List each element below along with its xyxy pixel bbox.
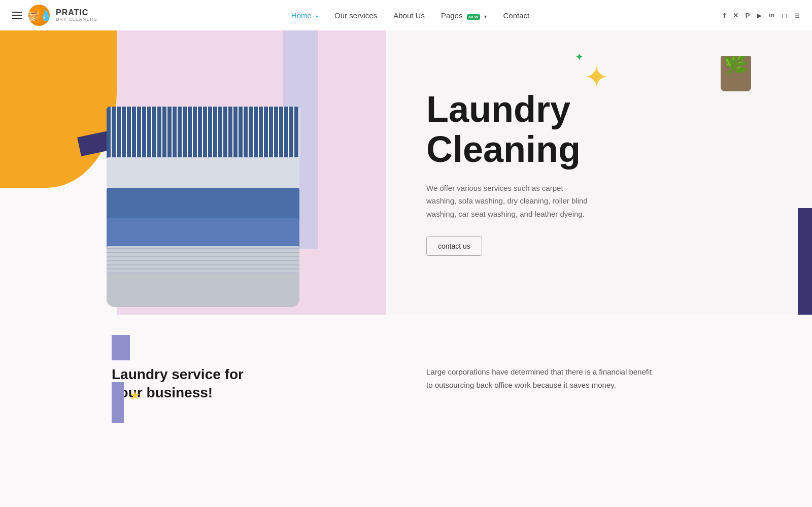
- social-icons-group: f ✕ P ▶ in ◻ ⊞: [723, 12, 800, 19]
- logo-text: PRATIC Dry Cleaners: [56, 8, 97, 22]
- contact-us-button[interactable]: contact us: [426, 236, 482, 256]
- lower-section-title: Laundry service for your business!: [112, 365, 386, 402]
- hero-section: ✦ ✦ 🌿 Laundry Cleaning We offer various …: [0, 30, 812, 315]
- small-purple-rect: [112, 335, 130, 360]
- linkedin-icon[interactable]: in: [769, 12, 774, 19]
- sparkle-green-icon: ✦: [575, 51, 584, 63]
- navbar: 🧺 PRATIC Dry Cleaners Home ▾ Our service…: [0, 0, 812, 30]
- pages-dropdown-arrow: ▾: [484, 14, 487, 19]
- lower-title-line2: your business!: [112, 385, 213, 400]
- nav-pages[interactable]: Pages NEW ▾: [441, 11, 487, 20]
- logo-icon: 🧺: [28, 5, 50, 26]
- lower-section: Laundry service for your business! ★ Lar…: [0, 315, 812, 442]
- hamburger-menu[interactable]: [12, 12, 22, 19]
- home-dropdown-arrow: ▾: [316, 14, 318, 19]
- lower-title-line1: Laundry service for: [112, 366, 244, 382]
- sparkle-gold-icon: ✦: [584, 60, 609, 94]
- nav-about[interactable]: About Us: [393, 11, 425, 20]
- hero-right: ✦ ✦ 🌿 Laundry Cleaning We offer various …: [386, 30, 812, 315]
- lower-purple-bar: [112, 382, 124, 423]
- hero-title-line2: Cleaning: [426, 129, 581, 170]
- shirt-stack-image: [91, 71, 315, 315]
- brand-name: PRATIC: [56, 8, 97, 17]
- youtube-icon[interactable]: ▶: [757, 12, 762, 19]
- hero-left: [0, 30, 386, 315]
- hero-title: Laundry Cleaning: [426, 89, 782, 170]
- nav-home[interactable]: Home ▾: [291, 11, 318, 20]
- nav-contact[interactable]: Contact: [503, 11, 529, 20]
- twitter-icon[interactable]: ✕: [733, 12, 738, 19]
- right-dark-bar: [798, 208, 812, 315]
- nav-services[interactable]: Our services: [334, 11, 377, 20]
- instagram-icon[interactable]: ◻: [782, 12, 787, 19]
- brand-subtitle: Dry Cleaners: [56, 17, 97, 22]
- pinterest-icon[interactable]: P: [746, 12, 750, 19]
- lower-right: Large corporations have determined that …: [386, 335, 812, 401]
- plant-decoration: 🌿: [721, 56, 751, 91]
- shirt-layer-1: [107, 107, 299, 165]
- navbar-left: 🧺 PRATIC Dry Cleaners: [12, 5, 97, 26]
- shirt-layer-6: [107, 274, 299, 307]
- bottom-gold-star: ★: [129, 388, 141, 402]
- sparkle-decoration: ✦ ✦: [580, 56, 609, 94]
- extra-icon[interactable]: ⊞: [794, 12, 800, 19]
- shirt-visual: [107, 107, 299, 315]
- hero-description: We offer various services such as carpet…: [426, 182, 589, 221]
- lower-left: Laundry service for your business! ★: [0, 335, 386, 402]
- hero-title-line1: Laundry: [426, 89, 570, 129]
- lower-description: Large corporations have determined that …: [426, 365, 660, 391]
- pages-new-badge: NEW: [467, 14, 481, 20]
- navbar-menu: Home ▾ Our services About Us Pages NEW ▾…: [291, 11, 529, 20]
- facebook-icon[interactable]: f: [723, 12, 725, 19]
